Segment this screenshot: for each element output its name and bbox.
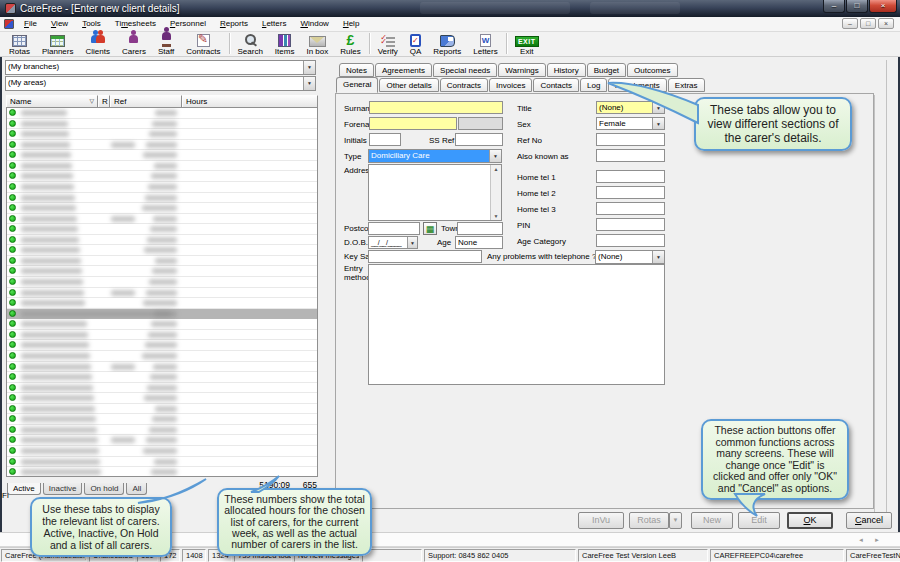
- menu-letters[interactable]: Letters: [255, 17, 293, 31]
- toolbar-button-reports[interactable]: Reports: [427, 32, 467, 56]
- carer-row[interactable]: [7, 140, 317, 151]
- carer-row[interactable]: [7, 277, 317, 288]
- carer-row[interactable]: [7, 193, 317, 204]
- maximize-button[interactable]: □: [846, 0, 868, 13]
- carer-row[interactable]: [7, 372, 317, 383]
- areas-dropdown[interactable]: (My areas) ▼: [5, 76, 316, 91]
- carer-row[interactable]: [7, 446, 317, 457]
- carer-row[interactable]: [7, 340, 317, 351]
- list-filter-tab-active[interactable]: Active: [7, 483, 41, 495]
- list-filter-tab-on-hold[interactable]: On hold: [84, 483, 124, 495]
- ss-ref-field[interactable]: [455, 133, 503, 146]
- scroll-up-icon[interactable]: ▲: [491, 166, 501, 172]
- scroll-down-icon[interactable]: ▼: [491, 213, 501, 219]
- chevron-down-icon[interactable]: ▼: [489, 150, 501, 162]
- menu-file[interactable]: File: [17, 17, 44, 31]
- carer-row[interactable]: [7, 425, 317, 436]
- carer-row[interactable]: [7, 414, 317, 425]
- chevron-down-icon[interactable]: ▼: [652, 251, 664, 263]
- ref-no-field[interactable]: [596, 133, 665, 146]
- carer-row[interactable]: [7, 224, 317, 235]
- carer-row[interactable]: [7, 288, 317, 299]
- key-safe-field[interactable]: [368, 250, 482, 263]
- entry-method-field[interactable]: [368, 264, 665, 385]
- toolbar-button-planners[interactable]: Planners: [36, 32, 80, 56]
- menu-view[interactable]: View: [44, 17, 75, 31]
- carer-row[interactable]: [7, 129, 317, 140]
- home-tel2-field[interactable]: [596, 186, 665, 199]
- list-filter-tab-inactive[interactable]: Inactive: [43, 483, 83, 495]
- menu-help[interactable]: Help: [336, 17, 366, 31]
- carer-row[interactable]: [7, 457, 317, 468]
- age-field[interactable]: None: [455, 236, 503, 249]
- tab-contacts[interactable]: Contacts: [533, 78, 579, 92]
- carer-row[interactable]: [7, 404, 317, 415]
- town-field[interactable]: [457, 222, 503, 235]
- home-tel3-field[interactable]: [596, 202, 665, 215]
- surname-field[interactable]: [369, 101, 503, 114]
- carer-row[interactable]: [7, 383, 317, 394]
- tab-contracts[interactable]: Contracts: [440, 78, 488, 92]
- toolbar-button-verify[interactable]: Verify: [372, 32, 404, 56]
- tab-warnings[interactable]: Warnings: [498, 63, 546, 77]
- home-tel1-field[interactable]: [596, 170, 665, 183]
- toolbar-button-clients[interactable]: Clients: [79, 32, 115, 56]
- carer-row[interactable]: [7, 319, 317, 330]
- action-button-cancel[interactable]: Cancel: [846, 512, 892, 529]
- carer-row[interactable]: [7, 182, 317, 193]
- carer-row[interactable]: [7, 298, 317, 309]
- forename-field[interactable]: [369, 117, 457, 130]
- toolbar-button-letters[interactable]: WLetters: [467, 32, 503, 56]
- chevron-down-icon[interactable]: ▼: [303, 61, 315, 74]
- toolbar-button-search[interactable]: Search: [232, 32, 269, 56]
- also-known-as-field[interactable]: [596, 149, 665, 162]
- carer-row[interactable]: [7, 161, 317, 172]
- carer-row[interactable]: [7, 309, 317, 320]
- carer-row[interactable]: [7, 150, 317, 161]
- carer-row[interactable]: [7, 435, 317, 446]
- carer-row[interactable]: [7, 266, 317, 277]
- tab-agreements[interactable]: Agreements: [375, 63, 432, 77]
- type-dropdown[interactable]: Domiciliary Care ▼: [368, 149, 502, 163]
- minimize-button[interactable]: –: [823, 0, 845, 13]
- toolbar-button-carers[interactable]: Carers: [116, 32, 152, 56]
- menu-reports[interactable]: Reports: [213, 17, 255, 31]
- carer-row[interactable]: [7, 351, 317, 362]
- initials-field[interactable]: [369, 133, 401, 146]
- tab-outcomes[interactable]: Outcomes: [627, 63, 677, 77]
- nav-left-icon[interactable]: ◄: [858, 537, 864, 543]
- telephone-problems-dropdown[interactable]: (None) ▼: [595, 250, 665, 264]
- toolbar-button-exit[interactable]: EXITExit: [509, 32, 545, 56]
- address-field[interactable]: ▲ ▼: [368, 164, 502, 221]
- toolbar-button-inbox[interactable]: In box: [300, 32, 334, 56]
- postcode-field[interactable]: [368, 222, 420, 235]
- dob-dropdown[interactable]: __/__/____ ▼: [368, 236, 418, 249]
- pin-field[interactable]: [596, 218, 665, 231]
- tab-general[interactable]: General: [336, 77, 378, 93]
- branches-dropdown[interactable]: (My branches) ▼: [5, 60, 316, 75]
- age-category-field[interactable]: [596, 234, 665, 247]
- chevron-down-icon[interactable]: ▼: [407, 237, 417, 248]
- tab-notes[interactable]: Notes: [339, 63, 374, 77]
- tab-invoices[interactable]: Invoices: [489, 78, 532, 92]
- carer-row[interactable]: [7, 203, 317, 214]
- toolbar-button-rotas[interactable]: Rotas: [3, 32, 36, 56]
- tab-budget[interactable]: Budget: [587, 63, 626, 77]
- address-scrollbar[interactable]: ▲ ▼: [490, 165, 501, 220]
- carer-row[interactable]: [7, 393, 317, 404]
- carer-row[interactable]: [7, 119, 317, 130]
- tab-special-needs[interactable]: Special needs: [433, 63, 497, 77]
- carer-row[interactable]: [7, 235, 317, 246]
- carer-row[interactable]: [7, 214, 317, 225]
- chevron-down-icon[interactable]: ▼: [303, 77, 315, 90]
- toolbar-button-items[interactable]: Items: [269, 32, 301, 56]
- carer-row[interactable]: [7, 108, 317, 119]
- postcode-lookup-button[interactable]: ▦: [423, 222, 437, 235]
- toolbar-button-qa[interactable]: ✓QA: [404, 32, 428, 56]
- toolbar-button-contracts[interactable]: Contracts: [180, 32, 226, 56]
- carer-row[interactable]: [7, 245, 317, 256]
- action-button-ok[interactable]: OK: [787, 512, 833, 529]
- tab-log[interactable]: Log: [580, 78, 607, 92]
- carer-row[interactable]: [7, 330, 317, 341]
- carer-row[interactable]: [7, 171, 317, 182]
